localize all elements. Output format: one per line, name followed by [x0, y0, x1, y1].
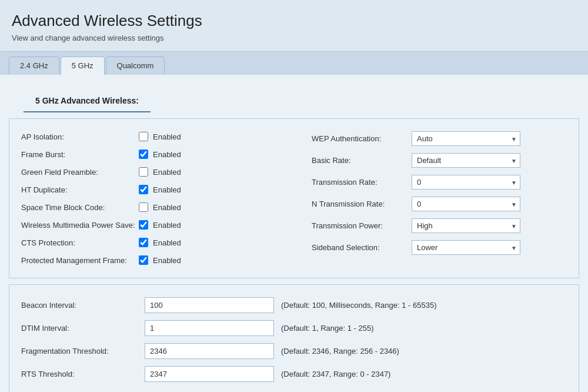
select-wep-authentication[interactable]: AutoOpen SystemShared Key — [412, 131, 520, 146]
select-sideband-selection[interactable]: LowerUpper — [412, 240, 520, 255]
page-subtitle: View and change advanced wireless settin… — [12, 34, 576, 42]
setting-row-basic-rate: Basic Rate:Default1-2 MbpsAll — [312, 150, 561, 171]
label-basic-rate: Basic Rate: — [312, 156, 412, 165]
input-rts-threshold[interactable] — [145, 366, 274, 382]
label-protected-management-frame: Protected Management Frame: — [21, 256, 139, 265]
label-space-time-block-code: Space Time Block Code: — [21, 203, 139, 212]
tabs-container: 2.4 GHz 5 GHz Qualcomm — [0, 52, 588, 75]
select-n-transmission-rate[interactable]: 06.51319.526 — [412, 197, 520, 211]
checkbox-protected-management-frame[interactable] — [139, 255, 148, 265]
settings-panel: AP Isolation:EnabledFrame Burst:EnabledG… — [9, 118, 579, 278]
setting-row-wep-authentication: WEP Authentication:AutoOpen SystemShared… — [312, 128, 561, 150]
label-fragmentation-threshold: Fragmentation Threshold: — [21, 347, 145, 356]
setting-row-n-transmission-rate: N Transmission Rate:06.51319.526 — [312, 193, 561, 215]
page-title: Advanced Wireless Settings — [12, 12, 576, 30]
input-row-beacon-interval: Beacon Interval:(Default: 100, Milliseco… — [21, 294, 567, 317]
label-ht-duplicate: HT Duplicate: — [21, 185, 139, 194]
setting-row-frame-burst: Frame Burst:Enabled — [21, 145, 288, 163]
setting-row-sideband-selection: Sideband Selection:LowerUpper — [312, 237, 561, 258]
hint-fragmentation-threshold: (Default: 2346, Range: 256 - 2346) — [281, 347, 399, 356]
label-cts-protection: CTS Protection: — [21, 238, 139, 247]
checkbox-ht-duplicate[interactable] — [139, 185, 148, 194]
input-beacon-interval[interactable] — [145, 297, 274, 313]
label-transmission-power: Transmission Power: — [312, 221, 412, 230]
setting-row-green-field-preamble: Green Field Preamble:Enabled — [21, 163, 288, 181]
setting-row-protected-management-frame: Protected Management Frame:Enabled — [21, 251, 288, 269]
checkbox-frame-burst[interactable] — [139, 150, 148, 159]
checkbox-label-wireless-multimedia-power-save: Enabled — [153, 221, 181, 230]
inputs-panel: Beacon Interval:(Default: 100, Milliseco… — [9, 284, 579, 392]
checkbox-label-frame-burst: Enabled — [153, 150, 181, 159]
checkbox-ap-isolation[interactable] — [139, 132, 148, 141]
input-row-fragmentation-threshold: Fragmentation Threshold:(Default: 2346, … — [21, 340, 567, 363]
section-title: 5 GHz Advanced Wireless: — [24, 89, 151, 112]
right-column: WEP Authentication:AutoOpen SystemShared… — [294, 128, 567, 269]
label-wireless-multimedia-power-save: Wireless Multimedia Power Save: — [21, 221, 139, 230]
page-header: Advanced Wireless Settings View and chan… — [0, 0, 588, 52]
settings-grid: AP Isolation:EnabledFrame Burst:EnabledG… — [21, 128, 567, 269]
tab-qualcomm[interactable]: Qualcomm — [106, 57, 165, 75]
setting-row-transmission-power: Transmission Power:HighMediumLowMinimum — [312, 215, 561, 237]
checkbox-green-field-preamble[interactable] — [139, 167, 148, 177]
setting-row-ap-isolation: AP Isolation:Enabled — [21, 128, 288, 145]
input-fragmentation-threshold[interactable] — [145, 343, 274, 359]
label-transmission-rate: Transmission Rate: — [312, 178, 412, 187]
checkbox-label-cts-protection: Enabled — [153, 238, 181, 247]
checkbox-label-protected-management-frame: Enabled — [153, 256, 181, 265]
checkbox-space-time-block-code[interactable] — [139, 202, 148, 212]
select-basic-rate[interactable]: Default1-2 MbpsAll — [412, 153, 520, 168]
setting-row-space-time-block-code: Space Time Block Code:Enabled — [21, 198, 288, 216]
label-beacon-interval: Beacon Interval: — [21, 301, 145, 310]
checkbox-label-ht-duplicate: Enabled — [153, 185, 181, 194]
left-column: AP Isolation:EnabledFrame Burst:EnabledG… — [21, 128, 294, 269]
hint-dtim-interval: (Default: 1, Range: 1 - 255) — [281, 324, 374, 333]
label-dtim-interval: DTIM Interval: — [21, 324, 145, 333]
label-n-transmission-rate: N Transmission Rate: — [312, 200, 412, 208]
tab-5ghz[interactable]: 5 GHz — [61, 57, 105, 75]
hint-rts-threshold: (Default: 2347, Range: 0 - 2347) — [281, 370, 390, 378]
input-dtim-interval[interactable] — [145, 320, 274, 336]
select-transmission-rate[interactable]: 06122454 — [412, 175, 520, 190]
hint-beacon-interval: (Default: 100, Milliseconds, Range: 1 - … — [281, 301, 436, 310]
input-row-dtim-interval: DTIM Interval:(Default: 1, Range: 1 - 25… — [21, 317, 567, 340]
setting-row-cts-protection: CTS Protection:Enabled — [21, 234, 288, 251]
checkbox-cts-protection[interactable] — [139, 238, 148, 247]
input-row-rts-threshold: RTS Threshold:(Default: 2347, Range: 0 -… — [21, 363, 567, 386]
tab-2.4ghz[interactable]: 2.4 GHz — [9, 57, 59, 75]
label-ap-isolation: AP Isolation: — [21, 132, 139, 141]
setting-row-transmission-rate: Transmission Rate:06122454 — [312, 171, 561, 193]
label-rts-threshold: RTS Threshold: — [21, 370, 145, 378]
checkbox-label-green-field-preamble: Enabled — [153, 168, 181, 177]
checkbox-label-ap-isolation: Enabled — [153, 132, 181, 141]
label-wep-authentication: WEP Authentication: — [312, 134, 412, 143]
checkbox-wireless-multimedia-power-save[interactable] — [139, 220, 148, 230]
checkbox-label-space-time-block-code: Enabled — [153, 203, 181, 212]
setting-row-wireless-multimedia-power-save: Wireless Multimedia Power Save:Enabled — [21, 216, 288, 234]
label-frame-burst: Frame Burst: — [21, 150, 139, 159]
content-area: 5 GHz Advanced Wireless: AP Isolation:En… — [0, 75, 588, 392]
setting-row-ht-duplicate: HT Duplicate:Enabled — [21, 181, 288, 198]
label-sideband-selection: Sideband Selection: — [312, 243, 412, 252]
label-green-field-preamble: Green Field Preamble: — [21, 168, 139, 177]
select-transmission-power[interactable]: HighMediumLowMinimum — [412, 218, 520, 233]
